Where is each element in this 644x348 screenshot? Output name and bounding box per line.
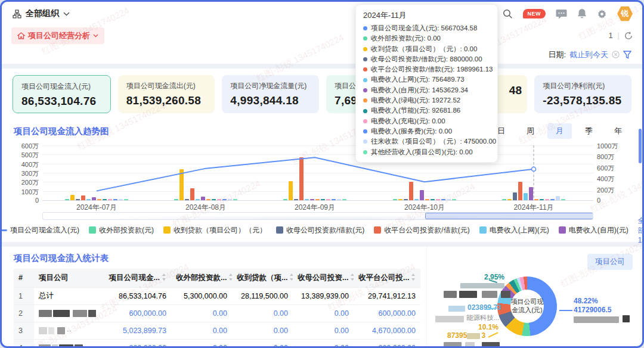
bar-往来收款（项目公司）（元）[interactable] [556, 196, 560, 200]
user-avatar[interactable]: 锐 [617, 6, 633, 21]
bar-收平台公司投资款/借款(元)[interactable] [81, 195, 85, 200]
bar-收外部投资款(元)[interactable] [174, 199, 178, 200]
period-tab-季[interactable]: 季 [577, 123, 601, 139]
bar-往来收款（项目公司）（元）[interactable] [119, 199, 123, 200]
bar-其他经营收入(项目公司)(元)[interactable] [342, 199, 346, 200]
clear-filter-icon[interactable] [612, 51, 620, 58]
bar-电费收入(充电)(元)[interactable] [545, 199, 549, 200]
bell-icon[interactable] [577, 8, 587, 19]
bar-收平台公司投资款/借款(元)[interactable] [409, 182, 413, 200]
tab-project-analysis[interactable]: 项目公司经营分析 [11, 27, 104, 44]
legend-item[interactable]: 收外部投资款(元) [89, 225, 154, 235]
bar-电费收入(上网)(元)[interactable] [305, 199, 309, 200]
bar-电费收入(充电)(元)[interactable] [436, 199, 440, 200]
bar-收平台公司投资款/借款(元)[interactable] [299, 157, 304, 200]
column-header-4[interactable]: 收外部投资款... [171, 269, 232, 287]
value-cell[interactable]: 0.00 [232, 339, 293, 348]
bar-收到贷款（项目公司）（元）[interactable] [179, 169, 184, 200]
bar-电费收入(绿电)(元)[interactable] [97, 199, 101, 200]
legend-item[interactable]: 收平台公司投资款/借款(元) [374, 225, 469, 235]
bar-收母公司投资款/借款(元)[interactable] [185, 199, 189, 200]
bar-电费收入(绿电)(元)[interactable] [425, 199, 429, 200]
bar-电费收入(自用)(元)[interactable] [420, 190, 424, 200]
legend-item[interactable]: 电费收入(上网)(元) [479, 225, 549, 235]
bar-收外部投资款(元)[interactable] [65, 199, 69, 200]
bar-收母公司投资款/借款(元)[interactable] [76, 199, 80, 200]
sort-icon[interactable] [162, 274, 166, 282]
bar-电费收入(服务费)(元)[interactable] [550, 199, 555, 200]
sort-icon[interactable] [411, 274, 416, 282]
bar-收外部投资款(元)[interactable] [283, 199, 287, 200]
value-cell[interactable]: 0.00 [171, 304, 232, 322]
bar-电费收入(节能)(元)[interactable] [540, 199, 544, 200]
kpi-card-3[interactable]: 项目公司净现金流量(元)4,993,844.18 [222, 75, 319, 113]
search-icon[interactable] [503, 9, 513, 19]
legend-item[interactable]: 电费收入(自用)(元) [559, 225, 628, 235]
page-scrollbar[interactable] [639, 129, 642, 163]
bar-往来收款（项目公司）（元）[interactable] [447, 199, 451, 200]
bar-电费收入(节能)(元)[interactable] [212, 199, 216, 200]
sort-icon[interactable] [228, 274, 232, 282]
legend-item[interactable]: 收到贷款（项目公司）（元） [163, 225, 267, 235]
bar-收外部投资款(元)[interactable] [502, 199, 506, 200]
funnel-filter-icon[interactable] [623, 51, 631, 59]
bar-收到贷款（项目公司）（元）[interactable] [289, 181, 293, 200]
column-header-3[interactable]: 项目公司现金... [96, 269, 171, 287]
bar-收母公司投资款/借款(元)[interactable] [404, 199, 408, 200]
trend-chart[interactable]: 600万500万400万300万200万100万01000万800万600万40… [14, 142, 630, 212]
bar-电费收入(自用)(元)[interactable] [201, 197, 205, 200]
bar-往来收款（项目公司）（元）[interactable] [337, 199, 341, 200]
bar-电费收入(绿电)(元)[interactable] [206, 199, 210, 200]
kpi-card-2[interactable]: 项目公司现金流出(元)81,539,260.58 [118, 75, 215, 113]
value-cell[interactable]: 0.00 [293, 304, 354, 322]
period-tab-周[interactable]: 周 [518, 123, 543, 139]
bar-收到贷款（项目公司）（元）[interactable] [70, 195, 75, 200]
bar-电费收入(服务费)(元)[interactable] [222, 199, 227, 200]
refresh-icon[interactable] [624, 32, 633, 40]
legend-item[interactable]: 项目公司现金流入(元) [0, 225, 79, 235]
bar-电费收入(服务费)(元)[interactable] [332, 199, 336, 200]
bar-收母公司投资款/借款(元)[interactable] [294, 199, 298, 200]
bar-收母公司投资款/借款(元)[interactable] [513, 192, 517, 200]
bar-其他经营收入(项目公司)(元)[interactable] [233, 199, 237, 200]
bar-其他经营收入(项目公司)(元)[interactable] [124, 199, 128, 200]
bar-收外部投资款(元)[interactable] [393, 199, 397, 200]
bar-电费收入(绿电)(元)[interactable] [534, 199, 538, 200]
value-cell[interactable]: 200,000.00 [96, 339, 171, 348]
bar-收平台公司投资款/借款(元)[interactable] [190, 188, 194, 200]
column-header-7[interactable]: 收平台公司投... [354, 269, 420, 287]
bar-收到贷款（项目公司）（元）[interactable] [507, 199, 512, 200]
bar-电费收入(上网)(元)[interactable] [86, 199, 91, 200]
kpi-card-6[interactable]: 项目公司净利润(元)-23,578,135.85 [534, 75, 631, 113]
value-cell[interactable]: 0.00 [293, 339, 354, 348]
value-cell[interactable]: 0.00 [232, 304, 293, 322]
bar-电费收入(自用)(元)[interactable] [92, 197, 96, 200]
date-filter-value[interactable]: 截止到今天 [569, 49, 608, 60]
value-cell[interactable]: 600,000.00 [354, 304, 420, 322]
column-header-5[interactable]: 收到贷款（项... [232, 269, 293, 287]
bar-其他经营收入(项目公司)(元)[interactable] [452, 199, 456, 200]
column-header-6[interactable]: 收母公司投资... [293, 269, 354, 287]
legend-show-all-link[interactable]: 全部 13 [638, 216, 644, 244]
gear-icon[interactable] [597, 9, 607, 19]
org-selector[interactable]: 全部组织 [13, 8, 70, 19]
value-cell[interactable]: 0.00 [293, 322, 354, 339]
bar-电费收入(节能)(元)[interactable] [321, 199, 325, 200]
bar-电费收入(绿电)(元)[interactable] [315, 199, 320, 200]
bar-其他经营收入(项目公司)(元)[interactable] [561, 199, 565, 200]
legend-item[interactable]: 收母公司投资款/借款(元) [276, 225, 364, 235]
bar-电费收入(充电)(元)[interactable] [108, 199, 112, 200]
bar-收平台公司投资款/借款(元)[interactable] [518, 182, 522, 200]
value-cell[interactable]: 5,023,899.73 [96, 322, 171, 339]
bar-电费收入(上网)(元)[interactable] [414, 199, 419, 200]
bar-收到贷款（项目公司）（元）[interactable] [398, 199, 402, 200]
kpi-card-1[interactable]: 项目公司现金流入(元)86,533,104.76 [13, 75, 111, 113]
bar-电费收入(节能)(元)[interactable] [431, 199, 435, 200]
period-tab-年[interactable]: 年 [606, 123, 630, 139]
value-cell[interactable]: 0.00 [232, 322, 293, 339]
bar-电费收入(节能)(元)[interactable] [103, 199, 107, 200]
bar-电费收入(自用)(元)[interactable] [310, 199, 314, 200]
bar-电费收入(服务费)(元)[interactable] [113, 199, 117, 200]
data-zoom-slider[interactable] [42, 212, 593, 220]
value-cell[interactable]: 600,000.00 [96, 304, 171, 322]
